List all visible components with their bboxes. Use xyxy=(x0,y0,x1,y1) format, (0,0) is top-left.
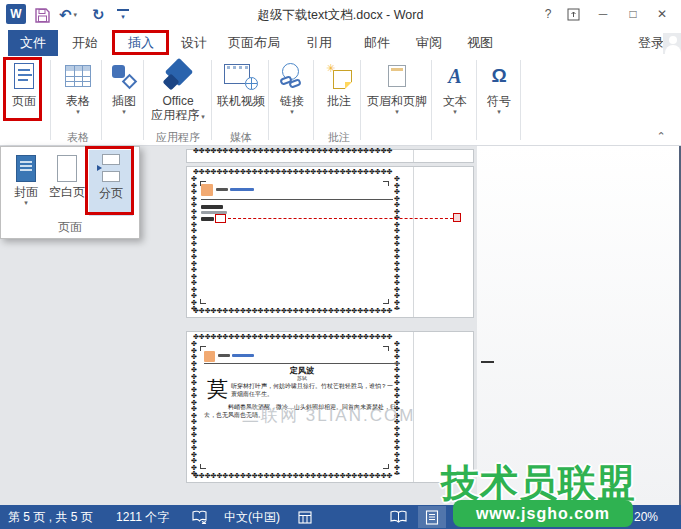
maximize-icon: □ xyxy=(629,7,636,21)
document-blank-panel xyxy=(477,146,679,505)
group-separator xyxy=(431,60,432,140)
tab-home[interactable]: 开始 xyxy=(72,30,98,56)
header-text-line xyxy=(216,188,228,191)
word-count[interactable]: 1211 个字 xyxy=(116,505,169,529)
annotation-dash xyxy=(481,361,494,363)
tab-review[interactable]: 审阅 xyxy=(416,30,442,56)
text-button-label: 文本 xyxy=(443,94,467,108)
group-separator xyxy=(268,60,269,140)
avatar[interactable] xyxy=(663,33,681,54)
page-border-decoration: ✤✤✤✤✤✤✤✤✤✤✤✤✤✤✤✤✤✤✤✤✤✤✤✤✤✤✤✤✤✤✤✤✤✤ xyxy=(193,308,404,315)
avatar-head xyxy=(669,36,677,44)
margin-mark xyxy=(200,464,206,469)
page-5[interactable]: ✤✤✤✤✤✤✤✤✤✤✤✤✤✤✤✤✤✤✤✤✤✤✤✤✤✤✤✤✤✤✤✤✤✤ ✤✤✤✤✤… xyxy=(186,331,474,483)
tab-design[interactable]: 设计 xyxy=(181,30,207,56)
close-icon: ✕ xyxy=(657,7,667,21)
online-video-icon xyxy=(224,62,258,90)
ime-mode-button[interactable] xyxy=(298,505,312,529)
pages-menu-footer-label: 页面 xyxy=(1,219,139,236)
comment-icon: ✳ xyxy=(326,63,352,89)
text-icon: A xyxy=(448,65,461,88)
maximize-button[interactable]: □ xyxy=(622,4,644,24)
group-separator xyxy=(50,60,51,140)
title-bar: W ↶▾ ↻ ▾ 超级下载text文档.docx - Word ? ─ □ ✕ xyxy=(0,0,681,30)
office-apps-dropdown-arrow-icon: ▾ xyxy=(199,113,204,120)
zoom-level[interactable]: 20% xyxy=(634,505,658,529)
group-label-apps: 应用程序 xyxy=(142,130,214,145)
header-text-line xyxy=(218,354,230,357)
read-mode-icon xyxy=(390,510,407,524)
menu-item-cover-page[interactable]: 封面 ▾ xyxy=(7,151,45,213)
group-separator xyxy=(211,60,212,140)
page-column-divider xyxy=(413,167,414,317)
new-comment-button[interactable]: ✳ 批注 xyxy=(318,58,360,130)
page-border-decoration: ✤✤✤✤✤✤✤✤✤✤✤✤✤✤✤✤✤✤✤✤✤✤ xyxy=(394,176,402,310)
tab-file[interactable]: 文件 xyxy=(8,30,58,56)
minimize-button[interactable]: ─ xyxy=(592,4,614,24)
language-indicator[interactable]: 中文(中国) xyxy=(224,505,280,529)
print-layout-button[interactable] xyxy=(418,506,446,528)
page-border-decoration: ✤✤✤✤✤✤✤✤✤✤✤✤✤✤✤✤✤✤✤✤✤✤✤✤✤✤✤✤✤✤✤✤✤✤ xyxy=(193,334,404,341)
text-line xyxy=(201,205,223,209)
table-dropdown-arrow-icon: ▾ xyxy=(76,108,80,116)
illustrations-button[interactable]: 插图 ▾ xyxy=(105,58,143,130)
help-button[interactable]: ? xyxy=(537,4,559,24)
menu-item-blank-page[interactable]: 空白页 xyxy=(47,151,87,213)
office-apps-button[interactable]: Office 应用程序 ▾ xyxy=(146,58,210,130)
ribbon-display-options-button[interactable] xyxy=(562,4,584,24)
proofing-book-icon xyxy=(192,510,208,524)
annotation-box-pages-button xyxy=(3,57,42,121)
site-logo xyxy=(201,184,213,196)
brand-watermark-url: www.jsgho.com xyxy=(453,500,633,527)
annotation-box-page-break xyxy=(85,146,134,215)
page-4[interactable]: ✤✤✤✤✤✤✤✤✤✤✤✤✤✤✤✤✤✤✤✤✤✤✤✤✤✤✤✤✤✤✤✤✤✤ ✤✤✤✤✤… xyxy=(186,166,474,318)
tab-page-layout[interactable]: 页面布局 xyxy=(228,30,280,56)
header-footer-icon xyxy=(388,65,406,87)
page-border-decoration: ✤✤✤✤✤✤✤✤✤✤✤✤✤✤✤✤✤✤✤✤✤✤ xyxy=(191,341,199,475)
group-separator xyxy=(520,60,521,140)
header-rule xyxy=(201,199,393,200)
header-footer-dropdown-arrow-icon: ▾ xyxy=(395,108,399,116)
poem-paragraph-1: 听穿林打叶声，何妨吟啸且徐行。竹杖芒鞋轻胜马，谁怕？一蓑烟雨任平生。 xyxy=(231,382,394,398)
minimize-icon: ─ xyxy=(599,7,608,21)
margin-mark xyxy=(200,299,206,304)
table-button[interactable]: 表格 ▾ xyxy=(56,58,100,130)
tab-references[interactable]: 引用 xyxy=(306,30,332,56)
margin-mark xyxy=(383,346,389,351)
group-label-tables: 表格 xyxy=(56,130,100,145)
group-separator xyxy=(101,60,102,140)
table-button-label: 表格 xyxy=(66,94,90,108)
text-button[interactable]: A 文本 ▾ xyxy=(436,58,474,130)
site-logo xyxy=(204,351,215,362)
online-video-button[interactable]: 联机视频 xyxy=(214,58,268,130)
blank-page-label: 空白页 xyxy=(49,185,85,199)
tab-view[interactable]: 视图 xyxy=(467,30,493,56)
header-rule xyxy=(204,363,400,364)
ribbon-tab-row: 文件 开始 插入 设计 页面布局 引用 邮件 审阅 视图 登录 xyxy=(0,30,681,56)
page-sliver: ✤✤✤✤✤✤✤✤✤✤✤✤✤✤✤✤✤✤✤✤✤✤✤✤✤✤✤✤✤✤✤✤✤✤ xyxy=(186,149,474,163)
header-footer-button[interactable]: 页眉和页脚 ▾ xyxy=(364,58,430,130)
page-indicator[interactable]: 第 5 页 , 共 5 页 xyxy=(8,505,93,529)
annotation-box-insert-tab xyxy=(112,30,169,55)
read-mode-button[interactable] xyxy=(384,506,412,528)
illustrations-dropdown-arrow-icon: ▾ xyxy=(122,108,126,116)
ribbon-display-options-icon xyxy=(567,8,580,21)
cover-page-icon xyxy=(16,155,36,182)
tab-mailings[interactable]: 邮件 xyxy=(364,30,390,56)
illustrations-icon xyxy=(111,64,137,88)
avatar-body xyxy=(665,45,681,54)
table-icon xyxy=(65,65,91,87)
annotation-pointer xyxy=(453,213,461,222)
drop-cap: 莫 xyxy=(207,378,228,400)
links-button[interactable]: 链接 ▾ xyxy=(272,58,312,130)
sign-in-button[interactable]: 登录 xyxy=(638,30,664,56)
collapse-ribbon-button[interactable]: ⌃ xyxy=(650,130,672,144)
proofing-status-button[interactable] xyxy=(192,505,208,529)
ribbon: 页面 表格 ▾ 插图 ▾ Office 应用程序 ▾ 联机视频 链接 ▾ ✳ 批… xyxy=(0,56,681,146)
symbols-button-label: 符号 xyxy=(487,94,511,108)
symbols-button[interactable]: Ω 符号 ▾ xyxy=(480,58,518,130)
symbols-icon: Ω xyxy=(491,65,506,87)
close-button[interactable]: ✕ xyxy=(651,4,673,24)
page-border-decoration: ✤✤✤✤✤✤✤✤✤✤✤✤✤✤✤✤✤✤✤✤✤✤✤✤✤✤✤✤✤✤✤✤✤✤ xyxy=(193,473,404,480)
header-link-line xyxy=(232,354,254,357)
